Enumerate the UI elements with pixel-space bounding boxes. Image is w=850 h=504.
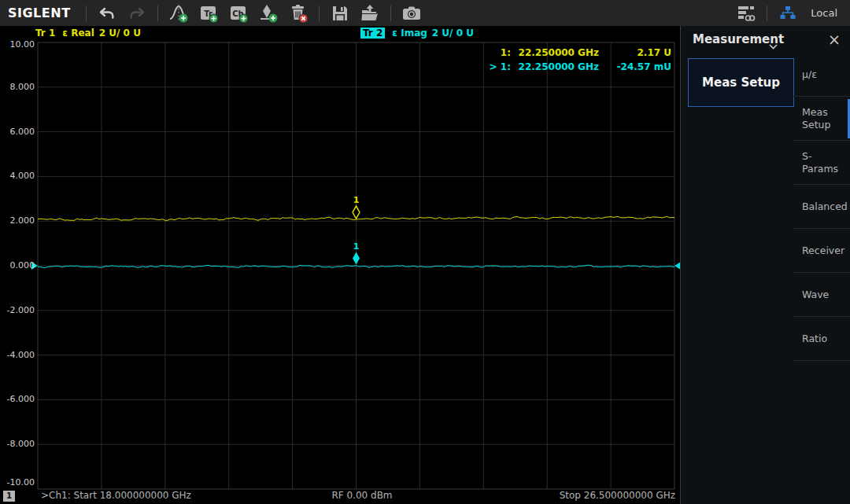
meas-setup-button[interactable]: Meas Setup bbox=[688, 58, 794, 107]
marker-value: 2.17 U bbox=[599, 46, 671, 60]
marker-readout: 1: 22.250000 GHz 2.17 U > 1: 22.250000 G… bbox=[479, 46, 671, 74]
marker-readout-row-tr2: > 1: 22.250000 GHz -24.57 mU bbox=[479, 60, 671, 74]
trace1-scale: 2 U/ 0 U bbox=[99, 28, 141, 39]
add-trace-button[interactable]: Tr bbox=[197, 2, 220, 24]
close-panel-button[interactable]: × bbox=[828, 29, 841, 50]
measurement-panel: Measurement × Meas Setup μ/ε Meas Setup … bbox=[680, 26, 850, 504]
add-limit-curve-button[interactable] bbox=[167, 2, 190, 24]
y-axis-tick-label: 10.00 bbox=[0, 39, 35, 50]
y-axis-tick-label: -10.00 bbox=[0, 476, 35, 488]
graph-viewport: Tr 1ε Real2 U/ 0 U Tr 2ε Imag2 U/ 0 U 11… bbox=[0, 26, 680, 504]
open-icon bbox=[360, 3, 380, 24]
window-layout-link-icon bbox=[736, 3, 756, 24]
main-area: Tr 1ε Real2 U/ 0 U Tr 2ε Imag2 U/ 0 U 11… bbox=[0, 26, 850, 504]
screenshot-button[interactable] bbox=[400, 2, 423, 24]
trace1-param: ε Real bbox=[62, 28, 94, 39]
trace1-name: Tr 1 bbox=[35, 28, 55, 39]
vna-application-window: SIGLENT Tr bbox=[0, 0, 850, 504]
marker-value: -24.57 mU bbox=[599, 60, 671, 74]
add-trace-icon: Tr bbox=[198, 3, 219, 24]
delete-button[interactable] bbox=[286, 2, 310, 24]
marker-frequency: 22.250000 GHz bbox=[511, 60, 599, 74]
sweep-stop-label: Stop 26.500000000 GHz bbox=[560, 490, 675, 501]
rf-power-label: RF 0.00 dBm bbox=[311, 490, 413, 501]
marker-number: 1: bbox=[479, 46, 511, 60]
tab-label: Ratio bbox=[802, 333, 827, 345]
trace2-header[interactable]: Tr 2ε Imag2 U/ 0 U bbox=[360, 28, 474, 39]
y-axis-tick-label: -2.000 bbox=[0, 304, 35, 316]
trace-header-row: Tr 1ε Real2 U/ 0 U Tr 2ε Imag2 U/ 0 U bbox=[0, 28, 680, 42]
y-axis-tick-label: 4.000 bbox=[0, 170, 35, 182]
svg-text:1: 1 bbox=[353, 195, 360, 205]
add-marker-icon bbox=[258, 3, 279, 24]
delete-icon bbox=[288, 3, 309, 24]
marker-number: > 1: bbox=[479, 60, 511, 74]
chevron-down-icon[interactable] bbox=[769, 38, 778, 53]
y-axis-tick-label: 0.000 bbox=[0, 259, 35, 271]
save-button[interactable] bbox=[328, 2, 352, 24]
toolbar-separator bbox=[157, 6, 158, 21]
sweep-start-label: >Ch1: Start 18.000000000 GHz bbox=[41, 490, 191, 501]
trace2-scale: 2 U/ 0 U bbox=[432, 28, 474, 39]
y-axis-tick-label: -4.000 bbox=[0, 349, 35, 361]
open-button[interactable] bbox=[358, 2, 382, 24]
y-axis-tick-label: 6.000 bbox=[0, 126, 35, 138]
toolbar-separator bbox=[319, 6, 320, 21]
panel-header: Measurement × bbox=[681, 26, 850, 53]
marker-readout-row-tr1: 1: 22.250000 GHz 2.17 U bbox=[479, 46, 671, 60]
channel-number-badge: 1 bbox=[3, 491, 15, 502]
panel-tab-column: μ/ε Meas Setup S-Params Balanced Receive… bbox=[793, 53, 850, 361]
marker-frequency: 22.250000 GHz bbox=[511, 46, 599, 60]
tab-label: Wave bbox=[802, 289, 829, 301]
tab-label: Meas Setup bbox=[802, 106, 844, 131]
meas-setup-button-label: Meas Setup bbox=[702, 75, 780, 90]
toolbar-separator bbox=[767, 6, 767, 21]
y-axis-tick-label: -6.000 bbox=[0, 393, 35, 405]
tab-label: Receiver bbox=[802, 245, 844, 257]
toolbar-separator bbox=[390, 6, 391, 21]
redo-icon bbox=[128, 4, 146, 23]
tab-meas-setup[interactable]: Meas Setup bbox=[793, 97, 850, 141]
y-axis-tick-label: -8.000 bbox=[0, 438, 35, 450]
channel-status-bar: 1 >Ch1: Start 18.000000000 GHz RF 0.00 d… bbox=[0, 489, 680, 504]
toolbar-separator bbox=[86, 6, 87, 21]
tab-mu-epsilon[interactable]: μ/ε bbox=[793, 53, 850, 97]
tab-receiver[interactable]: Receiver bbox=[793, 229, 850, 273]
screenshot-icon bbox=[401, 3, 422, 24]
window-layout-button[interactable] bbox=[734, 2, 758, 24]
local-mode-label: Local bbox=[811, 7, 837, 19]
undo-icon bbox=[98, 4, 116, 23]
add-channel-icon: Ch bbox=[228, 3, 249, 24]
tab-s-params[interactable]: S-Params bbox=[793, 141, 850, 185]
add-channel-button[interactable]: Ch bbox=[227, 2, 250, 24]
tab-wave[interactable]: Wave bbox=[793, 273, 850, 317]
lan-status-button[interactable] bbox=[776, 2, 800, 24]
trace2-param: ε Imag bbox=[392, 28, 427, 39]
tab-label: S-Params bbox=[802, 150, 844, 175]
tab-label: Balanced bbox=[802, 200, 848, 213]
y-axis-tick-label: 8.000 bbox=[0, 81, 35, 93]
marker-1-series0[interactable]: 1 bbox=[353, 195, 360, 219]
siglent-logo: SIGLENT bbox=[8, 6, 71, 20]
plot-area: 11 bbox=[38, 42, 674, 489]
top-toolbar: SIGLENT Tr bbox=[0, 0, 850, 26]
lan-status-icon bbox=[778, 4, 797, 23]
add-marker-button[interactable] bbox=[257, 2, 280, 24]
tab-ratio[interactable]: Ratio bbox=[793, 317, 850, 361]
tab-label: μ/ε bbox=[802, 68, 817, 81]
undo-button[interactable] bbox=[95, 2, 119, 24]
tab-balanced[interactable]: Balanced bbox=[793, 185, 850, 229]
svg-text:1: 1 bbox=[353, 241, 360, 252]
redo-button[interactable] bbox=[125, 2, 149, 24]
toolbar-right-group: Local bbox=[731, 2, 850, 24]
add-limit-curve-icon bbox=[168, 3, 189, 24]
save-icon bbox=[331, 4, 349, 23]
marker-1-series1[interactable]: 1 bbox=[353, 241, 360, 265]
trace2-active-badge: Tr 2 bbox=[360, 28, 385, 39]
trace1-header[interactable]: Tr 1ε Real2 U/ 0 U bbox=[35, 28, 141, 39]
y-axis-tick-label: 2.000 bbox=[0, 215, 35, 226]
